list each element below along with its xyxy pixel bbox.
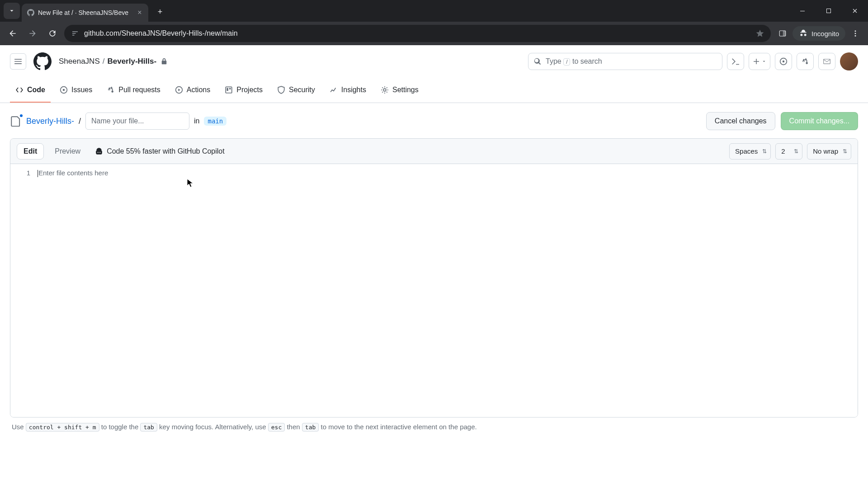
github-header: SheenaJNS / Beverly-Hills- Type / to sea… bbox=[0, 45, 868, 78]
indent-mode-select[interactable]: Spaces bbox=[729, 143, 771, 160]
indent-size-select[interactable]: 2 bbox=[775, 143, 802, 160]
line-number: 1 bbox=[10, 169, 30, 178]
svg-rect-12 bbox=[226, 87, 232, 93]
menu-button[interactable] bbox=[10, 53, 26, 70]
keyboard-hint: Use control + shift + m to toggle the ta… bbox=[10, 418, 858, 436]
owner-link[interactable]: SheenaJNS bbox=[59, 57, 100, 66]
forward-button[interactable] bbox=[24, 25, 41, 42]
notifications-button[interactable] bbox=[818, 53, 835, 70]
mouse-cursor-icon bbox=[187, 178, 194, 188]
file-path-row: Beverly-Hills- / in main Cancel changes … bbox=[10, 112, 858, 130]
search-input[interactable]: Type / to search bbox=[528, 53, 722, 70]
reload-button[interactable] bbox=[44, 25, 61, 42]
code-editor[interactable]: 1 Enter file contents here bbox=[10, 164, 858, 417]
copilot-icon bbox=[95, 147, 103, 155]
editor-box: Edit Preview Code 55% faster with GitHub… bbox=[10, 138, 858, 418]
play-icon bbox=[175, 86, 183, 94]
create-new-button[interactable] bbox=[749, 53, 770, 70]
repo-root-link[interactable]: Beverly-Hills- bbox=[26, 117, 74, 126]
svg-point-4 bbox=[855, 30, 856, 32]
shield-icon bbox=[277, 86, 285, 94]
tab-actions[interactable]: Actions bbox=[170, 78, 216, 103]
browser-address-bar: github.com/SheenaJNS/Beverly-Hills-/new/… bbox=[0, 22, 868, 45]
graph-icon bbox=[330, 86, 338, 94]
repo-nav: Code Issues Pull requests Actions Projec… bbox=[0, 78, 868, 103]
edit-tab[interactable]: Edit bbox=[17, 143, 44, 160]
tab-search-button[interactable] bbox=[4, 3, 20, 19]
github-logo-icon[interactable] bbox=[33, 52, 52, 70]
search-placeholder: Type / to search bbox=[546, 57, 602, 66]
svg-point-6 bbox=[855, 35, 856, 37]
commit-button[interactable]: Commit changes... bbox=[781, 112, 858, 130]
file-changed-icon bbox=[10, 115, 22, 127]
search-icon bbox=[534, 58, 541, 65]
command-palette-button[interactable] bbox=[727, 53, 744, 70]
site-info-icon[interactable] bbox=[71, 29, 80, 38]
svg-point-15 bbox=[383, 89, 386, 91]
cancel-button[interactable]: Cancel changes bbox=[706, 112, 775, 130]
tab-insights[interactable]: Insights bbox=[324, 78, 372, 103]
wrap-mode-select[interactable]: No wrap bbox=[807, 143, 851, 160]
browser-menu-icon[interactable] bbox=[847, 25, 863, 42]
filename-input[interactable] bbox=[85, 113, 189, 130]
window-maximize-button[interactable] bbox=[816, 0, 842, 22]
breadcrumb: SheenaJNS / Beverly-Hills- bbox=[59, 57, 167, 66]
incognito-icon bbox=[799, 29, 808, 38]
url-text: github.com/SheenaJNS/Beverly-Hills-/new/… bbox=[84, 29, 751, 38]
gear-icon bbox=[381, 86, 389, 94]
pull-request-icon bbox=[107, 86, 115, 94]
svg-rect-13 bbox=[227, 88, 228, 91]
code-icon bbox=[15, 86, 24, 94]
side-panel-icon[interactable] bbox=[774, 25, 791, 42]
svg-point-5 bbox=[855, 33, 856, 34]
lock-icon bbox=[161, 58, 167, 65]
in-label: in bbox=[194, 117, 199, 125]
new-tab-button[interactable]: + bbox=[153, 5, 167, 19]
svg-rect-0 bbox=[800, 11, 805, 11]
branch-badge[interactable]: main bbox=[204, 117, 226, 126]
preview-tab[interactable]: Preview bbox=[48, 144, 87, 159]
project-icon bbox=[225, 86, 233, 94]
editor-placeholder: Enter file contents here bbox=[38, 169, 108, 177]
tab-pull-requests[interactable]: Pull requests bbox=[101, 78, 166, 103]
window-close-button[interactable] bbox=[842, 0, 868, 22]
tab-code[interactable]: Code bbox=[10, 78, 51, 103]
svg-rect-14 bbox=[229, 88, 231, 89]
tab-close-icon[interactable]: × bbox=[136, 9, 144, 17]
tab-security[interactable]: Security bbox=[272, 78, 321, 103]
tab-projects[interactable]: Projects bbox=[219, 78, 268, 103]
window-minimize-button[interactable] bbox=[789, 0, 816, 22]
incognito-label: Incognito bbox=[811, 30, 839, 38]
bookmark-icon[interactable] bbox=[755, 29, 764, 38]
url-field[interactable]: github.com/SheenaJNS/Beverly-Hills-/new/… bbox=[64, 25, 771, 42]
issues-global-button[interactable] bbox=[775, 53, 792, 70]
browser-tab[interactable]: New File at / · SheenaJNS/Beve × bbox=[22, 4, 148, 22]
avatar[interactable] bbox=[840, 52, 858, 70]
svg-rect-1 bbox=[827, 9, 831, 13]
back-button[interactable] bbox=[5, 25, 21, 42]
copilot-hint[interactable]: Code 55% faster with GitHub Copilot bbox=[95, 147, 225, 155]
editor-tabs: Edit Preview Code 55% faster with GitHub… bbox=[10, 139, 858, 164]
tab-title: New File at / · SheenaJNS/Beve bbox=[38, 9, 132, 16]
browser-tab-strip: New File at / · SheenaJNS/Beve × + bbox=[0, 0, 868, 22]
issue-icon bbox=[60, 86, 68, 94]
tab-issues[interactable]: Issues bbox=[54, 78, 98, 103]
svg-point-10 bbox=[63, 89, 65, 91]
line-gutter: 1 bbox=[10, 164, 38, 417]
pulls-global-button[interactable] bbox=[797, 53, 814, 70]
svg-rect-3 bbox=[783, 31, 786, 36]
repo-link[interactable]: Beverly-Hills- bbox=[107, 57, 156, 66]
svg-point-8 bbox=[783, 60, 785, 62]
github-favicon-icon bbox=[27, 9, 34, 16]
incognito-badge[interactable]: Incognito bbox=[793, 26, 845, 41]
tab-settings[interactable]: Settings bbox=[375, 78, 424, 103]
